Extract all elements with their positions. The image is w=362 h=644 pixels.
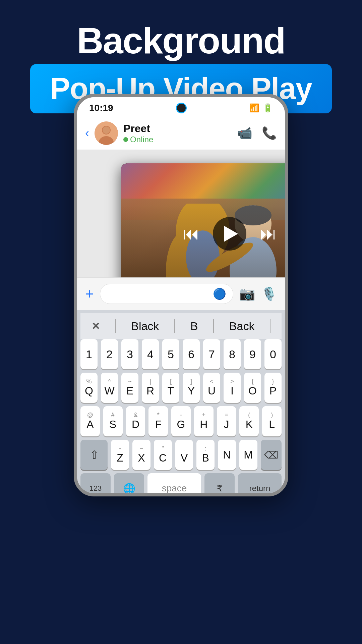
backspace-key[interactable]: ⌫ bbox=[261, 440, 282, 470]
battery-icon: 🔋 bbox=[263, 103, 273, 113]
chat-header: ‹ Preet Online bbox=[77, 117, 285, 150]
header-title: Background bbox=[13, 20, 349, 61]
play-button[interactable] bbox=[213, 217, 246, 251]
key-q[interactable]: %Q bbox=[80, 373, 98, 403]
return-key[interactable]: return bbox=[238, 473, 282, 496]
key-v[interactable]: .V bbox=[175, 440, 193, 470]
input-area: + 🔵 📷 🎙️ bbox=[77, 277, 285, 310]
chat-actions: 📹 📞 bbox=[237, 126, 277, 140]
key-i[interactable]: >I bbox=[224, 373, 241, 403]
key-w[interactable]: ^W bbox=[101, 373, 118, 403]
key-2[interactable]: 2 bbox=[101, 339, 118, 369]
key-a[interactable]: @A bbox=[80, 406, 100, 436]
key-6[interactable]: 6 bbox=[183, 339, 200, 369]
autocomplete-bar: ✕ Black B Back bbox=[80, 313, 282, 339]
key-7[interactable]: 7 bbox=[203, 339, 220, 369]
video-popup[interactable]: ✕ ⏮ ⏭ bbox=[121, 163, 285, 277]
space-label: space bbox=[162, 483, 187, 494]
status-icons: 📶 🔋 bbox=[249, 103, 273, 113]
key-d[interactable]: &D bbox=[126, 406, 145, 436]
key-s[interactable]: #S bbox=[103, 406, 123, 436]
contact-name: Preet bbox=[123, 122, 232, 135]
key-3[interactable]: 3 bbox=[121, 339, 138, 369]
key-t[interactable]: [T bbox=[162, 373, 179, 403]
divider-3 bbox=[213, 319, 214, 333]
key-y[interactable]: ]Y bbox=[183, 373, 200, 403]
add-button[interactable]: + bbox=[85, 285, 94, 302]
phone-container: 10:19 📶 🔋 ‹ bbox=[74, 94, 288, 496]
signal-icon: 📶 bbox=[249, 103, 259, 113]
contact-info: Preet Online bbox=[123, 122, 232, 144]
key-l[interactable]: )L bbox=[262, 406, 282, 436]
key-n[interactable]: N bbox=[218, 440, 236, 470]
video-call-icon[interactable]: 📹 bbox=[237, 126, 252, 140]
phone-call-icon[interactable]: 📞 bbox=[262, 126, 277, 140]
play-triangle-icon bbox=[224, 226, 238, 242]
key-o[interactable]: {O bbox=[244, 373, 261, 403]
status-text: Online bbox=[130, 135, 153, 144]
key-5[interactable]: 5 bbox=[162, 339, 179, 369]
key-c[interactable]: "C bbox=[154, 440, 172, 470]
emoji-key[interactable]: 🌐 bbox=[114, 473, 144, 496]
back-button[interactable]: ‹ bbox=[85, 126, 89, 140]
status-time: 10:19 bbox=[89, 103, 113, 113]
phone-frame: 10:19 📶 🔋 ‹ bbox=[74, 94, 288, 496]
keyboard: ✕ Black B Back 1 2 3 4 5 6 7 8 9 0 bbox=[77, 310, 285, 496]
video-controls: ⏮ ⏭ bbox=[183, 217, 277, 251]
contact-status: Online bbox=[123, 135, 232, 144]
qwerty-row: %Q ^W ~E |R [T ]Y <U >I {O }P bbox=[80, 373, 282, 403]
autocomplete-b[interactable]: B bbox=[190, 320, 198, 333]
key-4[interactable]: 4 bbox=[142, 339, 159, 369]
divider-2 bbox=[174, 319, 175, 333]
zxcv-row: ⇧ -Z −X "C .V :B N M ⌫ bbox=[80, 440, 282, 470]
camera-dot bbox=[176, 103, 187, 113]
key-b[interactable]: :B bbox=[196, 440, 215, 470]
key-x[interactable]: −X bbox=[132, 440, 150, 470]
number-row: 1 2 3 4 5 6 7 8 9 0 bbox=[80, 339, 282, 369]
avatar bbox=[95, 121, 118, 145]
bottom-row: 123 🌐 space ₹ return bbox=[80, 473, 282, 496]
avatar-svg bbox=[95, 121, 118, 145]
status-bar: 10:19 📶 🔋 bbox=[77, 97, 285, 117]
rupee-key[interactable]: ₹ bbox=[204, 473, 235, 496]
divider-1 bbox=[115, 319, 116, 333]
svg-point-3 bbox=[103, 126, 110, 134]
key-h[interactable]: +H bbox=[194, 406, 214, 436]
microphone-button[interactable]: 🎙️ bbox=[261, 286, 277, 301]
message-input[interactable]: 🔵 bbox=[100, 284, 233, 304]
key-m[interactable]: M bbox=[239, 440, 257, 470]
key-e[interactable]: ~E bbox=[121, 373, 138, 403]
chat-body: ✕ ⏮ ⏭ bbox=[77, 150, 285, 277]
key-9[interactable]: 9 bbox=[244, 339, 261, 369]
key-p[interactable]: }P bbox=[264, 373, 282, 403]
divider-4 bbox=[270, 319, 270, 333]
prev-button[interactable]: ⏮ bbox=[183, 224, 199, 244]
sticker-icon[interactable]: 🔵 bbox=[213, 287, 226, 300]
autocomplete-back[interactable]: Back bbox=[229, 320, 255, 333]
asdf-row: @A #S &D *F -G +H =J (K )L bbox=[80, 406, 282, 436]
key-z[interactable]: -Z bbox=[111, 440, 129, 470]
next-button[interactable]: ⏭ bbox=[260, 224, 277, 244]
avatar-image bbox=[95, 121, 118, 145]
key-1[interactable]: 1 bbox=[80, 339, 98, 369]
space-key[interactable]: space bbox=[147, 473, 201, 496]
shift-key[interactable]: ⇧ bbox=[80, 440, 108, 470]
key-r[interactable]: |R bbox=[142, 373, 159, 403]
key-g[interactable]: -G bbox=[171, 406, 191, 436]
autocomplete-black[interactable]: Black bbox=[131, 320, 159, 333]
key-k[interactable]: (K bbox=[239, 406, 259, 436]
key-f[interactable]: *F bbox=[148, 406, 168, 436]
camera-button[interactable]: 📷 bbox=[239, 286, 255, 301]
key-0[interactable]: 0 bbox=[264, 339, 282, 369]
key-u[interactable]: <U bbox=[203, 373, 220, 403]
online-indicator bbox=[123, 137, 128, 142]
numbers-key[interactable]: 123 bbox=[80, 473, 111, 496]
autocomplete-dismiss[interactable]: ✕ bbox=[92, 320, 100, 332]
key-8[interactable]: 8 bbox=[224, 339, 241, 369]
key-j[interactable]: =J bbox=[217, 406, 236, 436]
